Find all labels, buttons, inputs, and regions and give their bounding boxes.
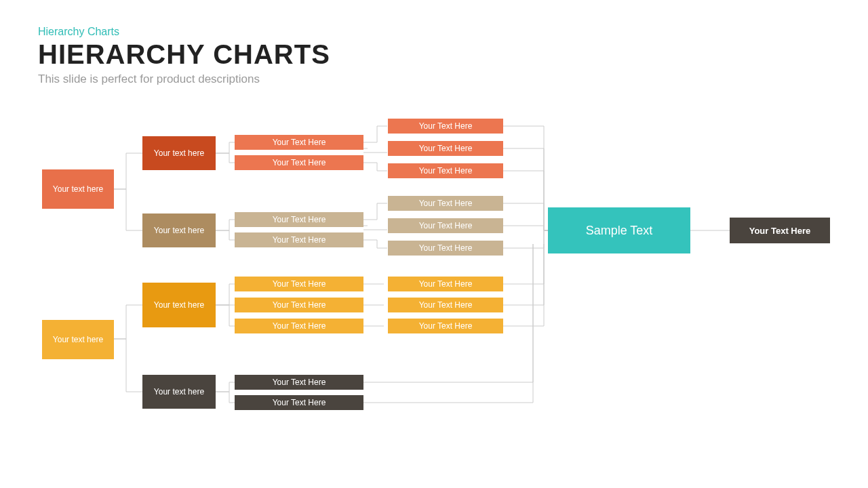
group-4-head: Your text here — [142, 375, 216, 409]
group-1-leaf-0: Your Text Here — [388, 119, 503, 134]
group-3-head: Your text here — [142, 283, 216, 327]
pretitle: Hierarchy Charts — [38, 26, 868, 38]
group-3-item-1: Your Text Here — [235, 298, 363, 312]
group-2-leaf-0: Your Text Here — [388, 196, 503, 211]
group-2-leaf-1: Your Text Here — [388, 218, 503, 233]
page-title: HIERARCHY CHARTS — [38, 39, 868, 70]
root-2: Your text here — [42, 320, 114, 359]
group-1-item-0: Your Text Here — [235, 135, 363, 150]
group-4-item-0: Your Text Here — [235, 375, 363, 390]
group-1-head: Your text here — [142, 136, 216, 170]
group-2-item-0: Your Text Here — [235, 212, 363, 227]
group-3-leaf-0: Your Text Here — [388, 277, 503, 291]
group-1-leaf-2: Your Text Here — [388, 163, 503, 178]
group-1-leaf-1: Your Text Here — [388, 141, 503, 156]
group-4-item-1: Your Text Here — [235, 395, 363, 410]
group-3-leaf-1: Your Text Here — [388, 298, 503, 312]
group-1-item-1: Your Text Here — [235, 155, 363, 170]
root-1: Your text here — [42, 169, 114, 209]
sample-text: Sample Text — [548, 207, 690, 253]
group-2-item-1: Your Text Here — [235, 232, 363, 247]
group-3-leaf-2: Your Text Here — [388, 319, 503, 333]
group-2-leaf-2: Your Text Here — [388, 241, 503, 256]
final-box: Your Text Here — [730, 218, 830, 243]
group-3-item-0: Your Text Here — [235, 277, 363, 291]
diagram-area: Your text here Your text here Your text … — [0, 115, 868, 481]
subtitle: This slide is perfect for product descri… — [38, 73, 868, 86]
group-2-head: Your text here — [142, 214, 216, 247]
group-3-item-2: Your Text Here — [235, 319, 363, 333]
